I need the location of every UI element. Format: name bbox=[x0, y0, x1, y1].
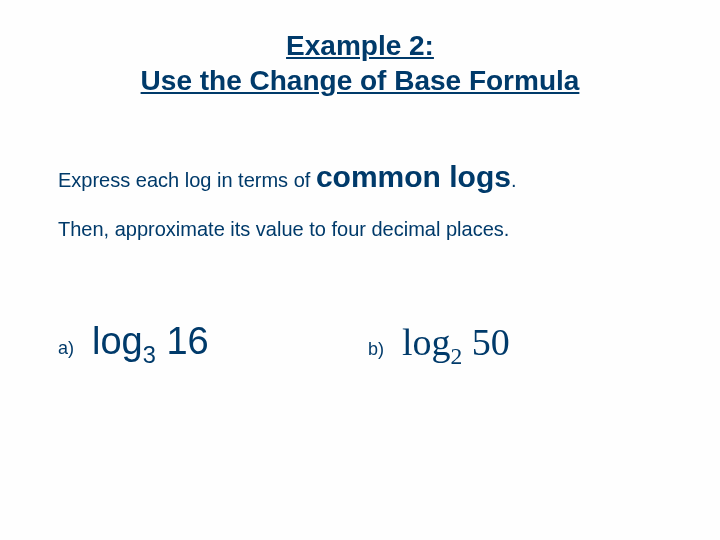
problem-row: a) log3 16 b) log2 50 bbox=[58, 320, 678, 364]
instruction-line-1: Express each log in terms of common logs… bbox=[58, 160, 516, 194]
log-word: log bbox=[92, 320, 143, 362]
problem-a-label: a) bbox=[58, 338, 74, 359]
log-base: 2 bbox=[451, 343, 463, 369]
problem-b: b) log2 50 bbox=[368, 320, 678, 364]
instruction-line-2: Then, approximate its value to four deci… bbox=[58, 218, 509, 241]
slide: Example 2: Use the Change of Base Formul… bbox=[0, 0, 720, 540]
log-arg: 50 bbox=[462, 321, 510, 363]
problem-b-label: b) bbox=[368, 339, 384, 360]
instruction-lead: Express each log in terms of bbox=[58, 169, 316, 191]
instruction-emphasis: common logs bbox=[316, 160, 511, 193]
log-base: 3 bbox=[143, 342, 156, 368]
title-line-1: Example 2: bbox=[286, 30, 434, 61]
log-arg: 16 bbox=[156, 320, 209, 362]
log-word: log bbox=[402, 321, 451, 363]
problem-a-expression: log3 16 bbox=[92, 320, 209, 363]
problem-a: a) log3 16 bbox=[58, 320, 368, 364]
instruction-tail: . bbox=[511, 169, 517, 191]
slide-title: Example 2: Use the Change of Base Formul… bbox=[0, 28, 720, 98]
problem-b-expression: log2 50 bbox=[402, 320, 510, 364]
title-line-2: Use the Change of Base Formula bbox=[141, 65, 580, 96]
